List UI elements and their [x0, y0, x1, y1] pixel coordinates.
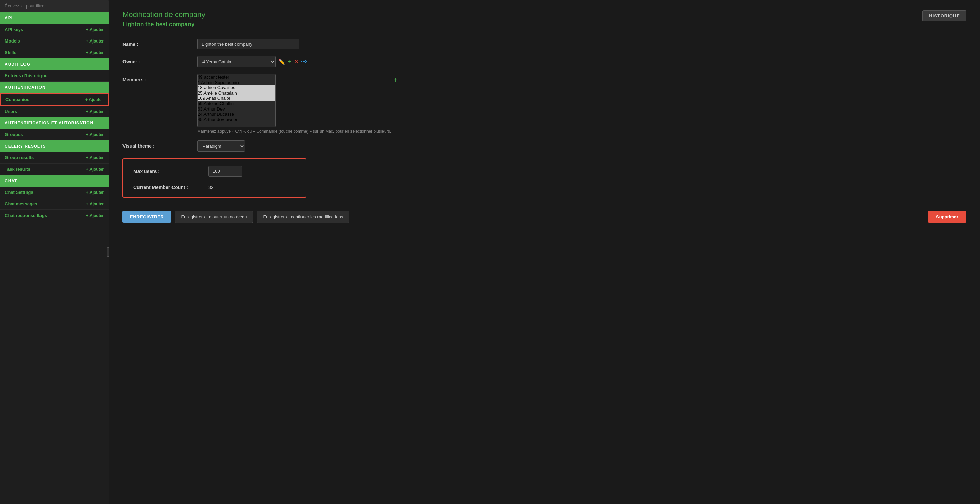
sidebar-add-btn-api-keys[interactable]: Ajouter — [86, 27, 104, 32]
sidebar-item-groupes[interactable]: GroupesAjouter — [0, 129, 108, 141]
sidebar-add-btn-chat-messages[interactable]: Ajouter — [86, 202, 104, 206]
sidebar-item-label-chat-messages: Chat messages — [5, 201, 37, 206]
sidebar-add-btn-task-results[interactable]: Ajouter — [86, 167, 104, 172]
owner-icons: ✏️ + ✕ 👁 — [278, 56, 307, 65]
max-users-label: Max users : — [134, 166, 208, 174]
name-label: Name : — [123, 39, 197, 47]
sidebar: APIAPI keysAjouterModelsAjouterSkillsAjo… — [0, 0, 109, 504]
sidebar-item-history-entries[interactable]: Entrées d'historique — [0, 70, 108, 82]
sidebar-item-label-chat-response-flags: Chat response flags — [5, 213, 47, 218]
sidebar-item-label-groupes: Groupes — [5, 132, 23, 137]
max-users-input[interactable] — [208, 166, 242, 176]
sidebar-item-users[interactable]: UsersAjouter — [0, 106, 108, 117]
page-title: Modification de company — [123, 10, 205, 19]
sidebar-item-label-history-entries: Entrées d'historique — [5, 73, 47, 78]
owner-select[interactable]: 4 Yeray Catala — [197, 56, 275, 67]
save-add-new-button[interactable]: Enregistrer et ajouter un nouveau — [175, 211, 253, 223]
member-count-value: 32 — [208, 182, 214, 190]
owner-label: Owner : — [123, 56, 197, 64]
owner-field-wrap: 4 Yeray Catala ✏️ + ✕ 👁 — [197, 56, 966, 67]
max-users-row: Max users : — [134, 166, 295, 176]
sidebar-add-btn-group-results[interactable]: Ajouter — [86, 155, 104, 160]
sidebar-item-chat-settings[interactable]: Chat SettingsAjouter — [0, 187, 108, 198]
owner-row: Owner : 4 Yeray Catala ✏️ + ✕ 👁 — [123, 56, 966, 67]
members-field-wrap: 49 accent tester1 Admin Superadmin18 adr… — [197, 74, 966, 134]
sidebar-section-celery-results: CELERY RESULTS — [0, 141, 108, 152]
sidebar-add-btn-companies[interactable]: Ajouter — [86, 97, 103, 102]
save-continue-button[interactable]: Enregistrer et continuer les modificatio… — [256, 211, 350, 223]
add-member-icon[interactable]: + — [394, 74, 398, 84]
sidebar-item-group-results[interactable]: Group resultsAjouter — [0, 152, 108, 163]
sidebar-section-auth-autorisation: AUTHENTIFICATION ET AUTORISATION — [0, 117, 108, 129]
remove-owner-icon[interactable]: ✕ — [294, 59, 299, 65]
sidebar-section-chat: CHAT — [0, 175, 108, 187]
view-owner-icon[interactable]: 👁 — [301, 59, 307, 65]
max-users-box: Max users : Current Member Count : 32 — [123, 158, 306, 198]
sidebar-item-label-users: Users — [5, 109, 17, 114]
sidebar-add-btn-models[interactable]: Ajouter — [86, 39, 104, 44]
members-hint: Maintenez appuyé « Ctrl », ou « Commande… — [197, 129, 391, 134]
sidebar-item-label-api-keys: API keys — [5, 27, 23, 32]
add-owner-icon[interactable]: + — [288, 58, 292, 65]
name-row: Name : — [123, 39, 966, 49]
sidebar-item-label-task-results: Task results — [5, 166, 30, 172]
sidebar-section-audit-log: AUDIT LOG — [0, 59, 108, 70]
filter-input[interactable] — [0, 0, 108, 12]
members-row: Members : 49 accent tester1 Admin Supera… — [123, 74, 966, 134]
sidebar-item-skills[interactable]: SkillsAjouter — [0, 47, 108, 59]
sidebar-item-models[interactable]: ModelsAjouter — [0, 35, 108, 47]
sidebar-item-label-chat-settings: Chat Settings — [5, 190, 33, 195]
visual-theme-select[interactable]: Paradigm — [197, 141, 245, 152]
members-label: Members : — [123, 74, 197, 82]
company-subtitle: Lighton the best company — [123, 21, 205, 28]
member-count-row: Current Member Count : 32 — [134, 182, 295, 190]
sidebar-item-chat-response-flags[interactable]: Chat response flagsAjouter — [0, 210, 108, 221]
sidebar-item-api-keys[interactable]: API keysAjouter — [0, 24, 108, 35]
sidebar-add-btn-chat-response-flags[interactable]: Ajouter — [86, 213, 104, 218]
sidebar-section-api: API — [0, 12, 108, 24]
sidebar-item-label-skills: Skills — [5, 50, 16, 55]
sidebar-sections: APIAPI keysAjouterModelsAjouterSkillsAjo… — [0, 12, 108, 221]
members-select[interactable]: 49 accent tester1 Admin Superadmin18 adr… — [197, 74, 275, 127]
visual-theme-row: Visual theme : Paradigm — [123, 141, 966, 152]
sidebar-add-btn-groupes[interactable]: Ajouter — [86, 132, 104, 137]
sidebar-item-label-models: Models — [5, 38, 20, 44]
supprimer-button[interactable]: Supprimer — [928, 211, 966, 223]
historique-button[interactable]: HISTORIQUE — [923, 10, 966, 21]
sidebar-add-btn-chat-settings[interactable]: Ajouter — [86, 190, 104, 195]
max-users-field-wrap — [208, 166, 295, 176]
name-input[interactable] — [197, 39, 299, 49]
sidebar-collapse-button[interactable]: « — [107, 247, 109, 257]
sidebar-item-label-group-results: Group results — [5, 155, 34, 160]
sidebar-add-btn-skills[interactable]: Ajouter — [86, 50, 104, 55]
enregistrer-button[interactable]: ENREGISTRER — [123, 211, 171, 223]
visual-theme-field-wrap: Paradigm — [197, 141, 966, 152]
member-count-value-wrap: 32 — [208, 182, 295, 190]
main-content: Modification de company Lighton the best… — [109, 0, 980, 504]
sidebar-add-btn-users[interactable]: Ajouter — [86, 109, 104, 114]
sidebar-section-authentication: AUTHENTICATION — [0, 82, 108, 93]
sidebar-item-label-companies: Companies — [5, 97, 29, 102]
sidebar-item-companies[interactable]: CompaniesAjouter — [0, 93, 108, 106]
sidebar-item-chat-messages[interactable]: Chat messagesAjouter — [0, 198, 108, 210]
action-row: ENREGISTRER Enregistrer et ajouter un no… — [123, 211, 966, 223]
edit-owner-icon[interactable]: ✏️ — [278, 59, 285, 65]
member-count-label: Current Member Count : — [134, 182, 208, 190]
visual-theme-label: Visual theme : — [123, 141, 197, 149]
name-field-wrap — [197, 39, 966, 49]
sidebar-item-task-results[interactable]: Task resultsAjouter — [0, 163, 108, 175]
form-section: Name : Owner : 4 Yeray Catala ✏️ + ✕ 👁 — [123, 39, 966, 223]
